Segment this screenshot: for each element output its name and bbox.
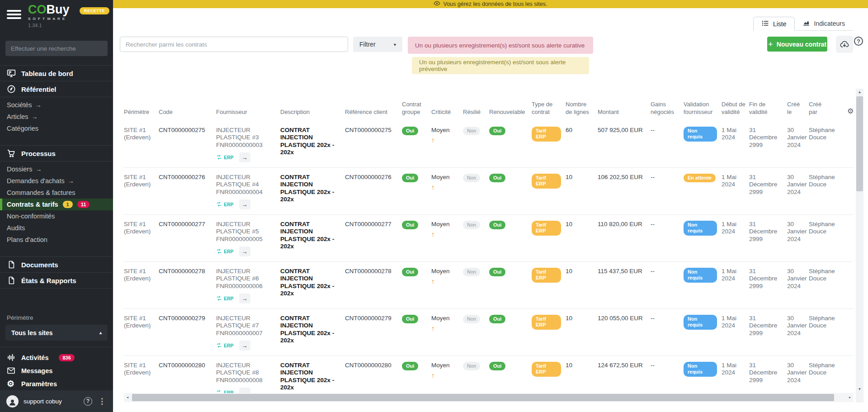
- export-download-button[interactable]: [836, 36, 853, 53]
- col-fin-validite[interactable]: Fin de validité: [749, 101, 787, 116]
- scroll-right-icon[interactable]: ▸: [846, 393, 854, 402]
- sidebar-section-processus[interactable]: Processus: [0, 145, 113, 161]
- col-perimetre[interactable]: Périmètre: [124, 109, 159, 116]
- sidebar-section-etats-rapports[interactable]: États & Rapports: [0, 273, 113, 289]
- alert-curative-text: Un ou plusieurs enregistrement(s) est/so…: [415, 42, 585, 49]
- cell-criticite: Moyen↑: [431, 268, 463, 308]
- app-logo: COBuy SOFTWARE 1.34.1: [28, 4, 70, 28]
- sidebar-search-input[interactable]: [5, 41, 108, 56]
- table-row[interactable]: SITE #1 (Erdeven) CNT0000000275 INJECTEU…: [124, 121, 854, 168]
- open-supplier-button[interactable]: →: [239, 341, 250, 350]
- tab-liste[interactable]: Liste: [753, 17, 795, 31]
- col-gains-negocies[interactable]: Gains négociés: [651, 101, 684, 116]
- col-contrat-groupe[interactable]: Contrat groupe: [402, 101, 431, 116]
- horizontal-scrollbar[interactable]: ◂ ▸: [124, 393, 854, 402]
- new-contract-button[interactable]: + Nouveau contrat: [767, 37, 827, 52]
- sidebar-item-articles[interactable]: Articles→: [0, 111, 113, 123]
- sidebar-item-commandes-factures[interactable]: Commandes & factures: [0, 187, 113, 199]
- open-supplier-button[interactable]: →: [239, 246, 250, 256]
- col-reference-client[interactable]: Référence client: [345, 109, 402, 116]
- vertical-scrollbar-thumb[interactable]: [856, 96, 863, 191]
- sidebar-item-societes[interactable]: Sociétés→: [0, 99, 113, 111]
- help-icon[interactable]: ?: [84, 397, 92, 406]
- col-nombre-lignes[interactable]: Nombre de lignes: [566, 101, 598, 116]
- cell-code: CNT0000000278: [159, 268, 216, 308]
- open-supplier-button[interactable]: →: [239, 294, 250, 303]
- col-montant[interactable]: Montant: [598, 109, 651, 116]
- sidebar-item-plans-d-action[interactable]: Plans d'action: [0, 234, 113, 246]
- col-cree-par[interactable]: Créé par: [809, 101, 827, 116]
- sidebar-bottom: Périmètre Tous les sites ▴ Activités836M…: [0, 314, 113, 390]
- gear-icon: ⚙: [7, 379, 15, 388]
- table-row[interactable]: SITE #1 (Erdeven) CNT0000000277 INJECTEU…: [124, 215, 854, 262]
- open-supplier-button[interactable]: →: [239, 152, 250, 162]
- cell-description: CONTRAT INJECTION PLASTIQUE 202x - 202x: [280, 268, 345, 308]
- table-row[interactable]: SITE #1 (Erdeven) CNT0000000278 INJECTEU…: [124, 262, 854, 309]
- sidebar-footer-parametres[interactable]: ⚙Paramètres: [0, 377, 113, 390]
- col-type-contrat[interactable]: Type de contrat: [532, 101, 566, 116]
- col-code[interactable]: Code: [159, 109, 216, 116]
- sidebar-item-non-conformites[interactable]: Non-conformités: [0, 210, 113, 222]
- fournisseur-name: INJECTEUR PLASTIQUE #6: [216, 268, 276, 283]
- nav-label: Tableau de bord: [21, 70, 73, 77]
- sidebar-section-documents[interactable]: Documents: [0, 256, 113, 273]
- open-supplier-button[interactable]: →: [239, 199, 250, 209]
- erp-sync-tag: ERP: [216, 342, 234, 350]
- sidebar-item-audits[interactable]: Audits: [0, 222, 113, 234]
- vertical-scrollbar[interactable]: ▲ ▼: [856, 89, 863, 393]
- table-row[interactable]: SITE #1 (Erdeven) CNT0000000276 INJECTEU…: [124, 168, 854, 215]
- cell-resilie: Non: [463, 174, 489, 214]
- perimeter-value: Tous les sites: [11, 329, 53, 336]
- sidebar-section-tableau-de-bord[interactable]: Tableau de bord: [0, 65, 113, 81]
- horizontal-scrollbar-thumb[interactable]: [132, 394, 834, 401]
- status-badge: Oui: [489, 174, 505, 182]
- filter-button[interactable]: Filtrer ▾: [353, 37, 402, 52]
- cell-fournisseur: INJECTEUR PLASTIQUE #7 FNR0000000007 ERP…: [216, 315, 280, 355]
- sidebar-footer-activites[interactable]: Activités836: [0, 351, 113, 364]
- col-description[interactable]: Description: [280, 109, 345, 116]
- sidebar-footer-messages[interactable]: Messages: [0, 364, 113, 377]
- col-fournisseur[interactable]: Fournisseur: [216, 109, 280, 116]
- cell-resilie: Non: [463, 221, 489, 261]
- col-cree-le[interactable]: Créé le: [787, 101, 805, 116]
- contracts-search-input[interactable]: [120, 37, 348, 52]
- hamburger-menu-icon[interactable]: [7, 10, 21, 21]
- sidebar-item-demandes-d-achats[interactable]: Demandes d'achats→: [0, 175, 113, 187]
- user-bar[interactable]: support cobuy ? ⋮: [0, 390, 113, 412]
- col-debut-validite[interactable]: Début de validité: [722, 101, 749, 116]
- page-help-icon[interactable]: ?: [854, 37, 863, 46]
- col-criticite[interactable]: Criticité: [431, 109, 463, 116]
- cell-contrat-groupe: Oui: [402, 268, 431, 308]
- cell-type-contrat: Tarif ERP: [532, 362, 566, 395]
- tab-indicateurs[interactable]: Indicateurs: [795, 17, 853, 30]
- cell-code: CNT0000000277: [159, 221, 216, 261]
- table-row[interactable]: SITE #1 (Erdeven) CNT0000000279 INJECTEU…: [124, 309, 854, 356]
- document-icon: [7, 260, 16, 269]
- cell-type-contrat: Tarif ERP: [532, 127, 566, 167]
- alert-curative: Un ou plusieurs enregistrement(s) est/so…: [408, 37, 593, 54]
- sidebar-section-referentiel[interactable]: Référentiel: [0, 81, 113, 97]
- scroll-left-icon[interactable]: ◂: [124, 393, 131, 402]
- cell-perimetre: SITE #1 (Erdeven): [124, 174, 159, 214]
- scroll-up-icon[interactable]: ▲: [856, 89, 863, 96]
- cell-montant: 124 672,50 EUR: [598, 362, 651, 395]
- sidebar-item-contrats-tarifs[interactable]: Contrats & tarifs111: [0, 199, 113, 210]
- cell-montant: 106 202,50 EUR: [598, 174, 651, 214]
- nav-label: Sociétés: [7, 101, 32, 109]
- app-version: 1.34.1: [28, 23, 70, 28]
- col-resilie[interactable]: Résilié: [463, 109, 489, 116]
- column-settings-gear-icon[interactable]: ⚙: [847, 107, 854, 116]
- status-badge: Non: [463, 362, 480, 370]
- arrow-right-icon: →: [35, 166, 42, 173]
- perimeter-select[interactable]: Tous les sites ▴: [5, 325, 108, 341]
- sidebar-item-categories[interactable]: Catégories: [0, 123, 113, 134]
- more-options-icon[interactable]: ⋮: [97, 397, 107, 406]
- scroll-down-icon[interactable]: ▼: [856, 386, 863, 393]
- new-contract-label: Nouveau contrat: [777, 41, 826, 48]
- col-validation-fournisseur[interactable]: Validation fournisseur: [684, 101, 722, 116]
- cell-contrat-groupe: Oui: [402, 174, 431, 214]
- col-renouvelable[interactable]: Renouvelable: [489, 109, 532, 116]
- user-name: support cobuy: [24, 398, 79, 405]
- sidebar-item-dossiers[interactable]: Dossiers→: [0, 163, 113, 175]
- table-row[interactable]: SITE #1 (Erdeven) CNT0000000280 INJECTEU…: [124, 356, 854, 395]
